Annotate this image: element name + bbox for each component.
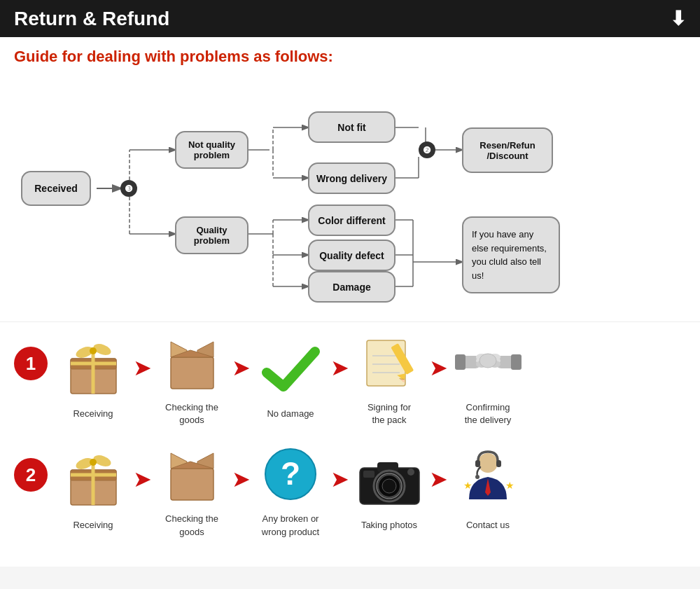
photos-icon [351,447,428,513]
step-label-nodamage: No damage [267,408,314,420]
arrow-2-4: ➤ [429,466,448,513]
confirming-icon [449,329,526,396]
step-item-checking-1: Checking thegoods [153,329,230,427]
step-number-1: 1 [14,347,48,380]
received-box: Received [21,171,91,206]
arrow-1-3: ➤ [330,354,349,402]
step-label-receiving-1: Receiving [73,408,113,420]
svg-rect-76 [363,471,374,478]
contact-icon: ★ ★ [449,447,526,513]
step-item-receiving-1: Receiving [55,335,132,420]
svg-point-79 [478,453,498,473]
flowchart: Received ❸ Not quality problem Quality p… [14,80,686,304]
svg-point-75 [382,479,396,493]
receiving-icon-1 [55,335,132,402]
quality-problem-box: Quality problem [175,216,248,254]
step-label-confirming: Confirmingthe delivery [465,401,511,427]
process-row-1: 1 Receivin [14,329,686,427]
svg-rect-56 [455,354,465,370]
badge-3: ❸ [120,180,137,197]
step-item-broken: ? Any broken orwrong product [252,441,329,538]
step-label-checking-2: Checking thegoods [165,513,218,538]
svg-rect-65 [171,469,214,500]
guide-title: Guide for dealing with problems as follo… [14,48,686,66]
checking-icon-2 [153,441,230,507]
checking-icon-1 [153,329,230,396]
arrow-2-1: ➤ [133,466,152,513]
step-label-photos: Taking photos [361,519,417,532]
process-section: 1 Receivin [0,321,700,567]
not-quality-box: Not quality problem [175,131,248,169]
step-number-2: 2 [14,458,48,492]
svg-point-64 [90,459,97,466]
resen-refund-box: Resen/Refun /Discount [462,127,553,173]
header-title: Return & Refund [14,8,169,30]
requirements-box: If you have any else requirements, you c… [462,216,560,293]
step-label-receiving-2: Receiving [73,519,113,532]
broken-icon: ? [252,441,329,507]
process-row-2: 2 Receiving ➤ [14,441,686,538]
step-label-checking-1: Checking thegoods [165,401,218,427]
receiving-icon-2 [55,447,132,513]
step-item-nodamage: No damage [252,335,329,420]
not-fit-box: Not fit [308,111,396,143]
arrow-1-4: ➤ [429,354,448,402]
arrow-2-3: ➤ [330,466,349,513]
step-items-2: Receiving ➤ Checking thegoods ➤ [55,441,686,538]
arrow-2-2: ➤ [232,466,251,513]
step-item-contact: ★ ★ Contact us [449,447,526,532]
damage-box: Damage [308,271,396,303]
quality-defect-box: Quality defect [308,240,396,271]
svg-point-55 [479,354,496,368]
svg-rect-81 [475,460,480,467]
step-item-photos: Taking photos [351,447,428,532]
step-label-signing: Signing forthe pack [368,401,411,427]
svg-rect-82 [496,460,501,467]
svg-rect-35 [171,357,214,389]
svg-text:★: ★ [463,480,472,491]
step-item-receiving-2: Receiving [55,447,132,532]
wrong-delivery-box: Wrong delivery [308,162,396,194]
header: Return & Refund ⬇ [0,0,700,37]
arrow-1-1: ➤ [133,354,152,402]
step-item-checking-2: Checking thegoods [153,441,230,538]
svg-rect-57 [511,354,522,370]
svg-text:★: ★ [505,480,514,491]
step-label-contact: Contact us [466,519,510,532]
step-items-1: Receiving ➤ Checkin [55,329,686,427]
color-different-box: Color different [308,205,396,236]
step-item-confirming: Confirmingthe delivery [449,329,526,427]
header-arrow: ⬇ [670,7,686,30]
signing-icon [351,329,428,396]
svg-point-34 [90,347,97,354]
step-item-signing: Signing forthe pack [351,329,428,427]
svg-point-77 [407,469,414,476]
arrow-1-2: ➤ [232,354,251,402]
svg-text:?: ? [280,455,300,492]
main-content: Guide for dealing with problems as follo… [0,37,700,321]
svg-point-83 [475,475,479,479]
badge-2: ❷ [419,141,435,158]
step-label-broken: Any broken orwrong product [262,513,319,538]
nodamage-icon [252,335,329,402]
